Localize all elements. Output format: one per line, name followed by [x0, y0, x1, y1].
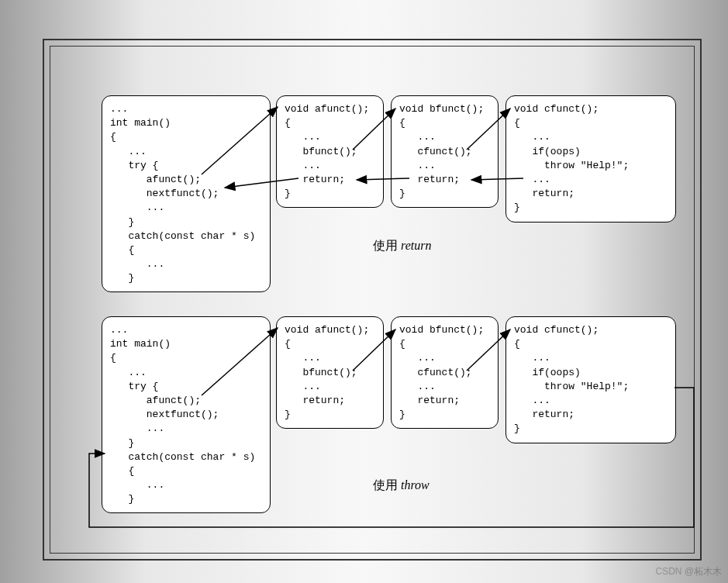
caption-return-prefix: 使用 [373, 239, 401, 252]
bottom-cfunc-box: void cfunct(); { ... if(oops) throw "Hel… [505, 316, 676, 443]
caption-return: 使用 return [373, 238, 431, 254]
bottom-afunc-box: void afunct(); { ... bfunct(); ... retur… [276, 316, 384, 429]
caption-return-italic: return [401, 239, 431, 252]
caption-throw-italic: throw [401, 478, 430, 492]
top-cfunc-box: void cfunct(); { ... if(oops) throw "Hel… [505, 95, 676, 223]
top-main-box: ... int main() { ... try { afunct(); nex… [102, 95, 271, 292]
top-afunc-box: void afunct(); { ... bfunct(); ... retur… [276, 95, 384, 208]
caption-throw-prefix: 使用 [373, 478, 401, 492]
top-bfunc-box: void bfunct(); { ... cfunct(); ... retur… [391, 95, 499, 208]
bottom-bfunc-box: void bfunct(); { ... cfunct(); ... retur… [391, 316, 499, 429]
watermark: CSDN @柘木木 [655, 565, 722, 578]
caption-throw: 使用 throw [373, 478, 430, 494]
bottom-main-box: ... int main() { ... try { afunct(); nex… [102, 316, 271, 513]
